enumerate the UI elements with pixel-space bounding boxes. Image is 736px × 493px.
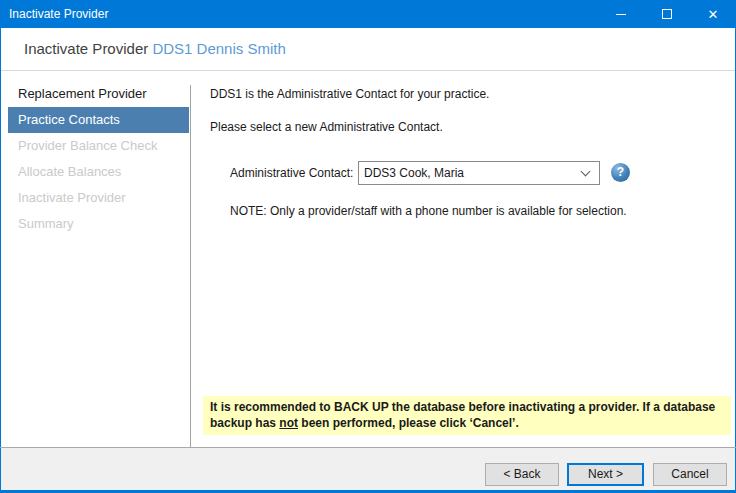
header-divider — [1, 70, 735, 71]
chevron-down-icon — [581, 167, 591, 177]
selection-note: NOTE: Only a provider/staff with a phone… — [230, 204, 627, 218]
page-title-text: Inactivate Provider — [24, 40, 148, 57]
back-button[interactable]: < Back — [485, 463, 559, 486]
administrative-contact-value: DDS3 Cook, Maria — [359, 166, 582, 180]
minimize-icon — [616, 14, 626, 15]
close-button[interactable]: ✕ — [690, 0, 736, 28]
window-border-left — [0, 28, 1, 490]
administrative-contact-label: Administrative Contact: — [230, 162, 353, 185]
step-provider-balance-check: Provider Balance Check — [8, 133, 189, 159]
title-bar: Inactivate Provider ✕ — [0, 0, 736, 28]
backup-warning-underlined: not — [279, 416, 298, 430]
close-icon: ✕ — [708, 8, 719, 21]
backup-warning: It is recommended to BACK UP the databas… — [203, 396, 731, 435]
minimize-button[interactable] — [598, 0, 644, 28]
inactivate-provider-dialog: Inactivate Provider ✕ Inactivate Provide… — [0, 0, 736, 493]
administrative-contact-dropdown[interactable]: DDS3 Cook, Maria — [358, 161, 600, 185]
provider-name: DDS1 Dennis Smith — [152, 40, 285, 57]
step-summary: Summary — [8, 211, 189, 237]
maximize-button[interactable] — [644, 0, 690, 28]
help-icon[interactable]: ? — [611, 163, 630, 182]
step-allocate-balances: Allocate Balances — [8, 159, 189, 185]
maximize-icon — [662, 9, 672, 19]
wizard-header: Inactivate Provider DDS1 Dennis Smith — [1, 28, 735, 70]
step-practice-contacts[interactable]: Practice Contacts — [8, 107, 189, 133]
step-inactivate-provider: Inactivate Provider — [8, 185, 189, 211]
sidebar-divider — [190, 85, 191, 447]
wizard-steps: Replacement Provider Practice Contacts P… — [8, 81, 189, 237]
intro-line-1: DDS1 is the Administrative Contact for y… — [210, 87, 489, 101]
caption-controls: ✕ — [598, 0, 736, 28]
intro-line-2: Please select a new Administrative Conta… — [210, 120, 443, 134]
backup-warning-text-after: been performed, please click ‘Cancel’. — [298, 416, 519, 430]
cancel-button[interactable]: Cancel — [653, 463, 727, 486]
window-title: Inactivate Provider — [0, 7, 598, 21]
step-replacement-provider[interactable]: Replacement Provider — [8, 81, 189, 107]
next-button[interactable]: Next > — [567, 463, 644, 486]
page-title: Inactivate Provider DDS1 Dennis Smith — [24, 28, 286, 70]
